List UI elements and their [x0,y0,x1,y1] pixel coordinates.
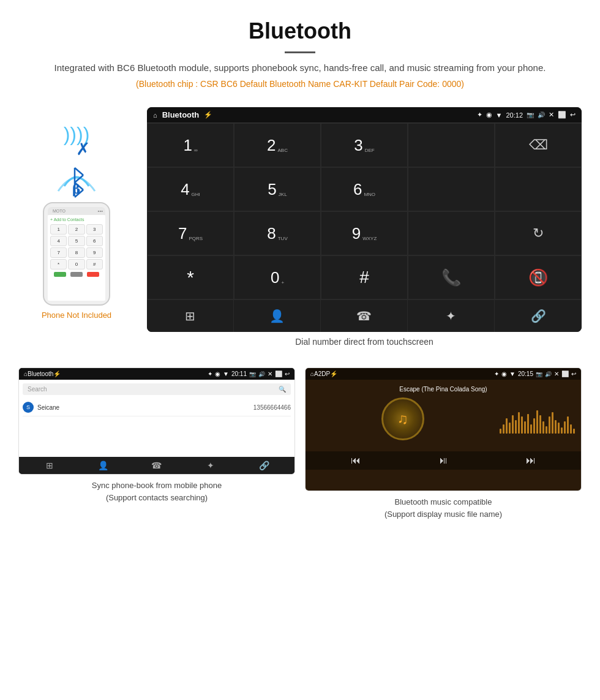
page-header: Bluetooth Integrated with BC6 Bluetooth … [0,0,600,101]
dial-key-6[interactable]: 6MNO [321,167,408,211]
dial-screen-title: Bluetooth [162,110,200,119]
camera-icon: 📷 [527,111,534,118]
dial-bottom-bluetooth[interactable]: ✦ [408,300,495,332]
dial-screen-container: ⌂ Bluetooth ⚡ ✦ ◉ ▼ 20:12 📷 🔊 ✕ ⬜ ↩ [147,107,582,349]
volume-icon: 🔊 [538,111,545,118]
dial-key-3[interactable]: 3DEF [321,123,408,167]
dial-key-8[interactable]: 8TUV [234,211,321,255]
phone-bottom-bar [50,269,103,278]
bt-wifi-icon: 𝛃 [49,162,104,198]
middle-section: )))) ✗ 𝛃 MOTO [0,101,600,355]
bottom-section: ⌂ Bluetooth ⚡ ✦ ◉ ▼ 20:11 📷 🔊 ✕ ⬜ ↩ [0,355,600,532]
bluetooth-symbol-icon: ✗ [76,140,90,159]
pb-bt-icon: ✦ [208,371,212,377]
pb-btn-bluetooth[interactable]: ✦ [203,461,218,470]
music-screenshot: ⌂ A2DP ⚡ ✦ ◉ ▼ 20:15 📷 🔊 ✕ ⬜ ↩ [305,367,582,491]
phone-key-0: 0 [68,259,84,269]
music-album-art: ♫ [381,397,424,440]
dial-key-0[interactable]: 0+ [234,255,321,299]
backspace-icon: ⌫ [529,137,548,153]
music-sq-icon: ⬜ [561,371,569,377]
dial-bottom-row: ⊞ 👤 ☎ ✦ 🔗 [147,299,582,332]
music-time: 20:15 [518,371,533,377]
dial-key-star[interactable]: * [147,255,234,299]
pb-btn-phone[interactable]: ☎ [149,461,164,470]
phone-end-btn [70,272,83,277]
dial-status-bar: ⌂ Bluetooth ⚡ ✦ ◉ ▼ 20:12 📷 🔊 ✕ ⬜ ↩ [147,107,582,122]
phonebook-screenshot: ⌂ Bluetooth ⚡ ✦ ◉ ▼ 20:11 📷 🔊 ✕ ⬜ ↩ [18,367,295,475]
pb-btn-contacts[interactable]: 👤 [96,461,110,470]
dial-key-4[interactable]: 4GHI [147,167,234,211]
music-caption: Bluetooth music compatible(Support displ… [384,496,502,520]
dial-bottom-contacts[interactable]: 👤 [234,300,321,332]
bluetooth-icon: ✦ [446,309,456,323]
svg-line-2 [75,168,83,175]
pb-content: Search 🔍 S Seicane 13566664466 [19,380,294,457]
music-play-btn[interactable]: ⏯ [438,455,448,466]
pb-contact-number: 13566664466 [253,404,291,411]
pb-sig-icon: ▼ [223,371,229,377]
square-icon: ⬜ [558,111,566,119]
pb-loc-icon: ◉ [215,371,220,377]
dial-key-2[interactable]: 2ABC [234,123,321,167]
pb-status-bar: ⌂ Bluetooth ⚡ ✦ ◉ ▼ 20:11 📷 🔊 ✕ ⬜ ↩ [19,368,294,380]
phone-contacts-label: + Add to Contacts [50,217,103,222]
pb-search-bar[interactable]: Search 🔍 [23,383,291,395]
pb-usb-icon: ⚡ [53,371,61,377]
pb-back-icon: ↩ [285,371,290,377]
pb-sq-icon: ⬜ [275,371,282,377]
dial-grid: 1∞ 2ABC 3DEF ⌫ 4GHI 5JKL [147,122,582,299]
dial-bottom-keypad[interactable]: ⊞ [147,300,234,332]
music-content: Escape (The Pina Colada Song) ♫ [306,380,581,451]
pb-screen: ⌂ Bluetooth ⚡ ✦ ◉ ▼ 20:11 📷 🔊 ✕ ⬜ ↩ [19,368,294,474]
music-song-title: Escape (The Pina Colada Song) [399,386,487,393]
dial-call-btn[interactable]: 📞 [408,255,495,299]
phone-key-7: 7 [50,247,67,258]
dial-key-7[interactable]: 7PQRS [147,211,234,255]
phone-not-included-label: Phone Not Included [42,310,111,320]
dial-status-right: ✦ ◉ ▼ 20:12 📷 🔊 ✕ ⬜ ↩ [477,111,576,119]
call-red-icon: 📵 [528,268,548,287]
phone-key-2: 2 [68,224,84,235]
dial-redial-btn[interactable]: ↻ [495,211,582,255]
dial-end-btn[interactable]: 📵 [495,255,582,299]
phone-top-bar: MOTO ••• [48,207,105,215]
dial-bottom-phone[interactable]: ☎ [321,300,408,332]
pb-spacer [23,416,291,453]
dial-empty-2 [408,167,495,211]
dial-key-1[interactable]: 1∞ [147,123,234,167]
dial-backspace-btn[interactable]: ⌫ [495,123,582,167]
pb-btn-keypad[interactable]: ⊞ [42,461,57,470]
music-vol-icon: 🔊 [545,371,552,377]
dial-screen: ⌂ Bluetooth ⚡ ✦ ◉ ▼ 20:12 📷 🔊 ✕ ⬜ ↩ [147,107,582,332]
dial-key-5[interactable]: 5JKL [234,167,321,211]
phone-key-9: 9 [86,247,103,258]
phone-screen: + Add to Contacts 1 2 3 4 5 6 7 8 9 * 0 … [48,215,105,301]
pb-search-icon: 🔍 [279,386,286,393]
dial-empty-3 [495,167,582,211]
signal-icon: ▼ [496,111,503,119]
call-green-icon: 📞 [441,268,461,287]
music-prev-btn[interactable]: ⏮ [351,455,361,466]
music-status-bar: ⌂ A2DP ⚡ ✦ ◉ ▼ 20:15 📷 🔊 ✕ ⬜ ↩ [306,368,581,380]
pb-btn-link[interactable]: 🔗 [257,461,271,470]
bt-status-icon: ✦ [477,111,482,119]
keypad-icon: ⊞ [185,309,195,323]
music-next-btn[interactable]: ⏭ [526,455,536,466]
pb-vol-icon: 🔊 [258,371,265,377]
music-controls: ⏮ ⏯ ⏭ [306,451,581,470]
music-sig-icon: ▼ [509,371,516,377]
dial-empty-4 [408,211,495,255]
music-cam-icon: 📷 [536,371,542,377]
page-title: Bluetooth [37,18,563,44]
dial-key-9[interactable]: 9WXYZ [321,211,408,255]
dial-key-hash[interactable]: # [321,255,408,299]
pb-contact-row: S Seicane 13566664466 [23,399,291,416]
music-x-icon: ✕ [554,371,559,377]
close-icon: ✕ [549,111,554,119]
header-description: Integrated with BC6 Bluetooth module, su… [37,61,563,75]
link-icon: 🔗 [531,309,546,323]
dial-bottom-link[interactable]: 🔗 [495,300,582,332]
pb-search-placeholder: Search [28,386,47,393]
phone-icon: ☎ [356,309,372,323]
